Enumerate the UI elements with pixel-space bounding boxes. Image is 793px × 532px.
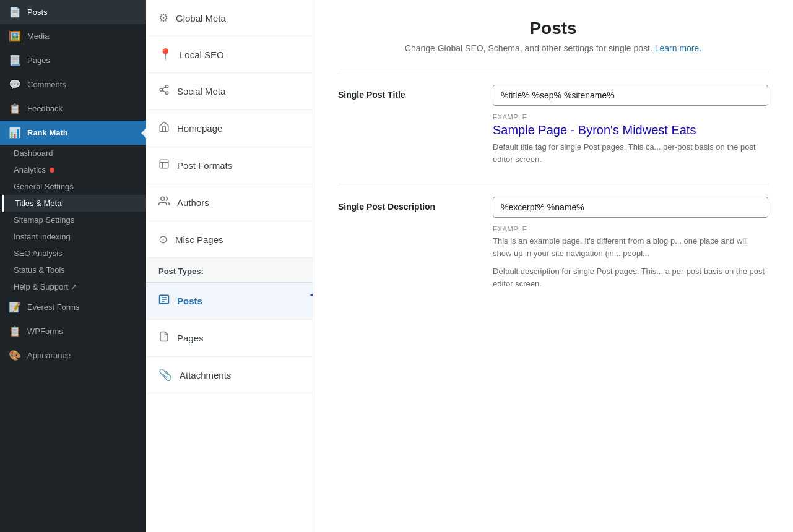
- submenu-titles-meta[interactable]: Titles & Meta: [2, 195, 146, 212]
- pages-icon: 📃: [9, 54, 21, 66]
- page-subtitle: Change Global SEO, Schema, and other set…: [338, 43, 768, 53]
- post-formats-icon: [158, 158, 170, 173]
- authors-label: Authors: [177, 197, 209, 208]
- dashboard-label: Dashboard: [14, 148, 53, 158]
- sidebar-item-rank-math[interactable]: 📊 Rank Math: [0, 121, 146, 145]
- social-meta-label: Social Meta: [177, 86, 225, 97]
- pages-type-icon: [158, 331, 170, 345]
- single-post-description-input[interactable]: [493, 197, 768, 218]
- post-formats-label: Post Formats: [177, 160, 232, 171]
- rm-nav-pages-type[interactable]: Pages: [146, 320, 313, 357]
- sidebar-item-label: Appearance: [27, 351, 71, 360]
- everest-forms-icon: 📝: [9, 301, 21, 313]
- sidebar-item-wpforms[interactable]: 📋 WPForms: [0, 319, 146, 343]
- attachments-label: Attachments: [180, 370, 231, 380]
- submenu-dashboard[interactable]: Dashboard: [2, 145, 146, 161]
- posts-type-icon: [158, 294, 170, 308]
- single-post-title-example-label: EXAMPLE: [493, 113, 768, 121]
- sidebar-item-everest-forms[interactable]: 📝 Everest Forms: [0, 295, 146, 319]
- sidebar-item-label: Pages: [27, 56, 50, 65]
- single-post-description-example-label: EXAMPLE: [493, 225, 768, 233]
- misc-pages-icon: ⊙: [158, 233, 168, 246]
- homepage-label: Homepage: [177, 123, 222, 134]
- seo-analysis-label: SEO Analysis: [14, 249, 63, 258]
- global-meta-icon: ⚙: [158, 11, 168, 25]
- homepage-icon: [158, 121, 170, 135]
- submenu-analytics[interactable]: Analytics: [2, 161, 146, 178]
- sidebar-item-label: Everest Forms: [27, 302, 80, 312]
- misc-pages-label: Misc Pages: [175, 234, 223, 245]
- post-types-section-header: Post Types:: [146, 258, 313, 283]
- submenu-general-settings[interactable]: General Settings: [2, 178, 146, 195]
- single-post-title-input[interactable]: [493, 85, 768, 106]
- sidebar-item-label: Posts: [27, 7, 48, 17]
- general-settings-label: General Settings: [14, 182, 74, 191]
- help-support-label: Help & Support ↗: [14, 282, 77, 291]
- svg-point-8: [161, 197, 165, 200]
- single-post-title-label: Single Post Title: [338, 85, 474, 100]
- rm-nav-homepage[interactable]: Homepage: [146, 110, 313, 147]
- rank-math-submenu: Dashboard Analytics General Settings Tit…: [0, 145, 146, 295]
- learn-more-link[interactable]: Learn more.: [655, 43, 701, 53]
- pages-type-label: Pages: [177, 333, 204, 343]
- single-post-description-label: Single Post Description: [338, 197, 474, 212]
- attachments-icon: 📎: [158, 368, 172, 382]
- single-post-description-extra-desc: Default description for single Post page…: [493, 265, 768, 290]
- main-inner: Posts Change Global SEO, Schema, and oth…: [313, 0, 793, 532]
- single-post-title-example-title: Sample Page - Byron's Midwest Eats: [493, 123, 768, 137]
- sidebar-item-posts[interactable]: 📄 Posts: [0, 0, 146, 24]
- rm-nav-post-formats[interactable]: Post Formats: [146, 147, 313, 184]
- sitemap-label: Sitemap Settings: [14, 215, 74, 225]
- main-content: Posts Change Global SEO, Schema, and oth…: [313, 0, 793, 532]
- posts-icon: 📄: [9, 6, 21, 18]
- sidebar-item-comments[interactable]: 💬 Comments: [0, 72, 146, 97]
- titles-meta-label: Titles & Meta: [15, 199, 61, 208]
- single-post-title-example-desc: Default title tag for single Post pages.…: [493, 141, 768, 165]
- svg-point-2: [165, 92, 168, 95]
- authors-icon: [158, 195, 170, 210]
- rank-math-chevron-icon: [141, 128, 146, 138]
- submenu-help-support[interactable]: Help & Support ↗: [2, 278, 146, 295]
- sidebar-item-label: Comments: [27, 80, 66, 89]
- appearance-icon: 🎨: [9, 350, 21, 361]
- svg-point-0: [165, 85, 168, 88]
- submenu-instant-indexing[interactable]: Instant Indexing: [2, 228, 146, 245]
- local-seo-icon: 📍: [158, 48, 172, 61]
- rm-nav-local-seo[interactable]: 📍 Local SEO: [146, 36, 313, 73]
- global-meta-label: Global Meta: [176, 13, 226, 24]
- sidebar-item-label: Feedback: [27, 104, 63, 113]
- sidebar-item-feedback[interactable]: 📋 Feedback: [0, 97, 146, 121]
- sidebar-item-label: WPForms: [27, 327, 63, 336]
- sidebar-item-label: Rank Math: [27, 128, 68, 137]
- sidebar-item-appearance[interactable]: 🎨 Appearance: [0, 343, 146, 367]
- social-meta-icon: [158, 84, 170, 98]
- svg-point-1: [160, 88, 163, 92]
- single-post-description-field: EXAMPLE This is an example page. It's di…: [493, 197, 768, 290]
- divider-2: [338, 184, 768, 184]
- svg-line-4: [162, 87, 165, 89]
- rm-nav-misc-pages[interactable]: ⊙ Misc Pages: [146, 221, 313, 258]
- instant-indexing-label: Instant Indexing: [14, 232, 71, 241]
- rm-nav-global-meta[interactable]: ⚙ Global Meta: [146, 0, 313, 36]
- svg-rect-5: [160, 160, 168, 168]
- comments-icon: 💬: [9, 79, 21, 90]
- submenu-sitemap[interactable]: Sitemap Settings: [2, 212, 146, 228]
- svg-line-3: [162, 90, 165, 92]
- analytics-label: Analytics: [14, 165, 46, 174]
- sidebar-item-pages[interactable]: 📃 Pages: [0, 48, 146, 72]
- rm-nav-attachments[interactable]: 📎 Attachments: [146, 357, 313, 393]
- rm-nav-social-meta[interactable]: Social Meta: [146, 73, 313, 110]
- sidebar-item-label: Media: [27, 32, 49, 41]
- wp-admin-sidebar: 📄 Posts 🖼️ Media 📃 Pages 💬 Comments 📋 Fe…: [0, 0, 146, 532]
- rank-math-panel: ⚙ Global Meta 📍 Local SEO Social Meta Ho…: [146, 0, 313, 532]
- wpforms-icon: 📋: [9, 325, 21, 337]
- single-post-title-field: EXAMPLE Sample Page - Byron's Midwest Ea…: [493, 85, 768, 165]
- local-seo-label: Local SEO: [180, 49, 224, 60]
- page-title: Posts: [338, 19, 768, 38]
- rm-nav-posts[interactable]: Posts: [146, 283, 313, 320]
- sidebar-item-media[interactable]: 🖼️ Media: [0, 24, 146, 48]
- submenu-seo-analysis[interactable]: SEO Analysis: [2, 245, 146, 262]
- submenu-status-tools[interactable]: Status & Tools: [2, 262, 146, 278]
- divider: [338, 72, 768, 72]
- rm-nav-authors[interactable]: Authors: [146, 184, 313, 221]
